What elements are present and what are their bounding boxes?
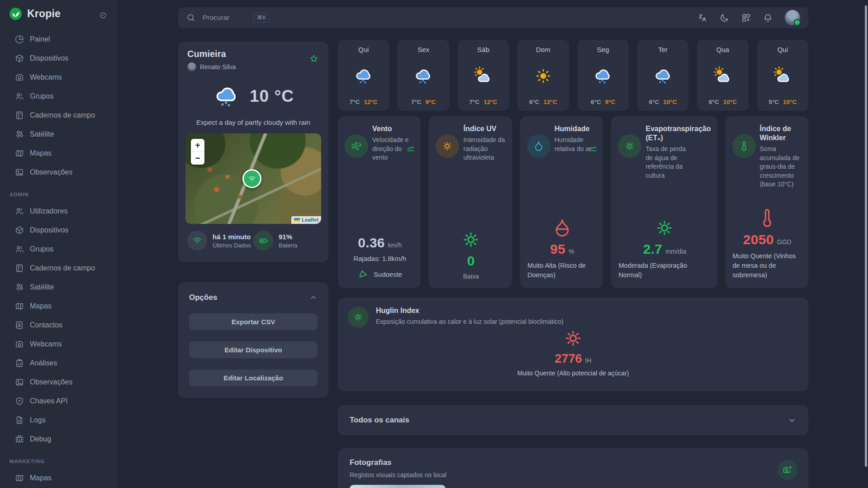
map-zoom-control: + − bbox=[191, 139, 204, 165]
channels-title: Todos os canais bbox=[350, 416, 409, 425]
cloud-rain-icon bbox=[653, 53, 674, 99]
huglin-desc: Exposição cumulativa ao calor e à luz so… bbox=[376, 318, 797, 325]
sidebar-item-cadernos[interactable]: Cadernos de campo bbox=[0, 106, 118, 125]
dark-mode-moon-icon[interactable] bbox=[720, 13, 729, 23]
sidebar: Kropie Painel Dispositivos Webcams Grupo… bbox=[0, 0, 118, 488]
wind-gusts: Rajadas: 1.8km/h bbox=[353, 255, 406, 262]
thermometer-icon bbox=[732, 134, 756, 158]
map-zoom-in-button[interactable]: + bbox=[191, 139, 204, 152]
uv-label: Baixa bbox=[463, 273, 479, 280]
chevron-up-icon[interactable] bbox=[309, 294, 318, 302]
cloud-rain-icon bbox=[593, 53, 613, 99]
forecast-card-seg: Seg 6°C9°C bbox=[578, 40, 629, 111]
satellite-icon bbox=[15, 283, 24, 292]
sidebar-item-utilizadores[interactable]: Utilizadores bbox=[0, 202, 118, 221]
cube-icon bbox=[15, 54, 24, 63]
favorite-star-icon[interactable] bbox=[309, 54, 318, 63]
wifi-icon bbox=[248, 175, 256, 182]
satellite-map[interactable]: + − Leaflet bbox=[185, 133, 321, 224]
edit-device-button[interactable]: Editar Dispositivo bbox=[189, 341, 318, 358]
translate-icon[interactable] bbox=[698, 13, 707, 23]
chevron-down-icon[interactable] bbox=[787, 416, 797, 425]
bug-icon bbox=[15, 435, 24, 444]
sidebar-item-observacoes[interactable]: Observações bbox=[0, 163, 118, 182]
weather-summary: Expect a day of partly cloudy with rain bbox=[185, 118, 321, 126]
sun-icon bbox=[348, 307, 369, 327]
search-shortcut-badge: ⌘K bbox=[253, 13, 270, 23]
sidebar-item-debug[interactable]: Debug bbox=[0, 430, 118, 449]
image-icon bbox=[15, 378, 24, 387]
apps-grid-plus-icon[interactable] bbox=[741, 13, 751, 23]
uv-card: Índice UV Intensidade da radiação ultrav… bbox=[429, 116, 512, 288]
owner-name: Renato Silva bbox=[200, 63, 236, 71]
sidebar-item-admin-satelite[interactable]: Satélite bbox=[0, 278, 118, 297]
winkler-label: Muito Quente (Vinhos de mesa ou de sobre… bbox=[733, 251, 802, 280]
camera-icon bbox=[15, 73, 24, 82]
add-photo-button[interactable] bbox=[778, 460, 797, 480]
map-icon bbox=[15, 149, 24, 158]
sidebar-item-chaves-api[interactable]: Chaves API bbox=[0, 392, 118, 411]
sidebar-item-analises[interactable]: Análises bbox=[0, 354, 118, 373]
forecast-card-qui: Qui 7°C12°C bbox=[338, 40, 389, 111]
sidebar-item-admin-cadernos[interactable]: Cadernos de campo bbox=[0, 259, 118, 278]
file-text-icon bbox=[15, 416, 24, 425]
page-scrollbar[interactable] bbox=[865, 5, 867, 467]
sidebar-item-painel[interactable]: Painel bbox=[0, 30, 118, 49]
photo-thumbnail[interactable] bbox=[350, 485, 446, 488]
sun-cloud-icon bbox=[473, 53, 493, 99]
users-icon bbox=[15, 92, 24, 101]
sun-cloud-icon bbox=[772, 53, 793, 99]
battery-icon bbox=[253, 231, 273, 251]
sidebar-item-webcams[interactable]: Webcams bbox=[0, 68, 118, 87]
sidebar-item-admin-grupos[interactable]: Grupos bbox=[0, 240, 118, 259]
notebook-icon bbox=[15, 111, 24, 120]
last-data-status: há 1 minuto Últimos Dados bbox=[187, 231, 253, 251]
sidebar-item-satelite[interactable]: Satélite bbox=[0, 125, 118, 144]
topbar: ⌘K bbox=[178, 7, 808, 28]
camera-plus-icon bbox=[783, 465, 792, 475]
droplet-icon bbox=[527, 134, 550, 158]
channels-accordion[interactable]: Todos os canais bbox=[338, 405, 808, 435]
edit-location-button[interactable]: Editar Localização bbox=[189, 370, 318, 386]
sidebar-item-admin-dispositivos[interactable]: Dispositivos bbox=[0, 221, 118, 240]
sidebar-collapse-icon[interactable] bbox=[100, 12, 107, 19]
forecast-card-sab: Sáb 7°C12°C bbox=[458, 40, 509, 111]
pie-chart-icon bbox=[15, 35, 24, 44]
forecast-card-qua: Qua 6°C10°C bbox=[697, 40, 748, 111]
satellite-icon bbox=[15, 130, 24, 139]
droplet-half-icon bbox=[552, 218, 572, 237]
sun-icon bbox=[618, 134, 641, 158]
device-map-marker[interactable] bbox=[242, 169, 261, 188]
sidebar-item-admin-observacoes[interactable]: Observações bbox=[0, 373, 118, 392]
cube-icon bbox=[15, 226, 24, 235]
sidebar-item-dispositivos[interactable]: Dispositivos bbox=[0, 49, 118, 68]
map-zoom-out-button[interactable]: − bbox=[191, 152, 204, 165]
search-input[interactable] bbox=[202, 13, 253, 22]
brand: Kropie bbox=[9, 7, 61, 20]
topbar-actions bbox=[698, 10, 800, 25]
sidebar-item-contactos[interactable]: Contactos bbox=[0, 316, 118, 335]
wind-value: 0.36 bbox=[358, 235, 385, 251]
sidebar-item-mapas[interactable]: Mapas bbox=[0, 144, 118, 163]
options-header[interactable]: Opções bbox=[189, 293, 318, 302]
export-csv-button[interactable]: Exportar CSV bbox=[189, 313, 318, 330]
camera-icon bbox=[15, 340, 24, 349]
map-icon bbox=[15, 474, 24, 483]
sun-icon bbox=[436, 134, 459, 158]
winkler-value: 2050 bbox=[743, 232, 774, 247]
current-weather: 10 °C bbox=[185, 82, 321, 110]
forecast-row: Qui 7°C12°C Sex 7°C9°C Sáb 7°C12°C Dom 6… bbox=[338, 40, 808, 111]
sidebar-item-logs[interactable]: Logs bbox=[0, 411, 118, 430]
map-attribution[interactable]: Leaflet bbox=[291, 216, 321, 224]
wind-card: Vento Velocidade e direção do vento 0.36… bbox=[338, 116, 421, 288]
brand-name: Kropie bbox=[27, 8, 61, 20]
users-icon bbox=[15, 207, 24, 216]
sidebar-item-admin-webcams[interactable]: Webcams bbox=[0, 335, 118, 354]
sidebar-item-marketing-mapas[interactable]: Mapas bbox=[0, 469, 118, 488]
user-avatar[interactable] bbox=[785, 10, 800, 25]
sidebar-item-admin-mapas[interactable]: Mapas bbox=[0, 297, 118, 316]
sidebar-item-grupos[interactable]: Grupos bbox=[0, 87, 118, 106]
trend-chart-icon bbox=[589, 144, 597, 152]
notifications-bell-icon[interactable] bbox=[763, 13, 773, 23]
battery-label: Bateria bbox=[279, 242, 297, 249]
